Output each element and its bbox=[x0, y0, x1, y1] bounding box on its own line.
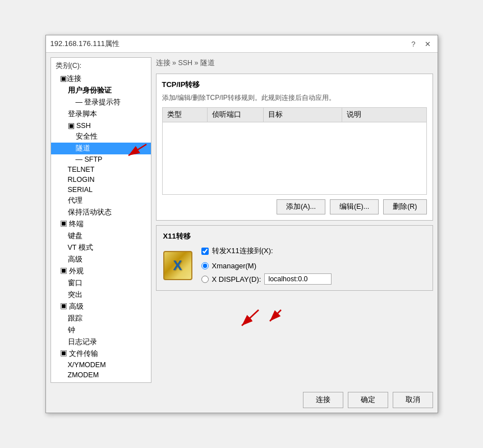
sidebar-item-login-script[interactable]: 登录脚本 bbox=[51, 108, 151, 120]
edit-button[interactable]: 编辑(E)... bbox=[330, 199, 379, 214]
sidebar-item-vt-mode[interactable]: VT 模式 bbox=[51, 242, 151, 254]
sidebar-item-user-auth[interactable]: 用户身份验证 bbox=[51, 85, 151, 97]
forward-label: 转发X11连接到(X): bbox=[212, 246, 273, 256]
category-label: 类别(C): bbox=[51, 60, 151, 73]
sidebar: 类别(C): ▣ 连接 用户身份验证 — 登录提示符 登录脚本 ▣ SSH bbox=[50, 57, 151, 383]
xmanager-radio-row: Xmanager(M) bbox=[201, 262, 332, 270]
sidebar-item-clock[interactable]: 钟 bbox=[51, 324, 151, 336]
forward-checkbox-row: 转发X11连接到(X): bbox=[201, 246, 332, 256]
connect-button[interactable]: 连接 bbox=[303, 392, 343, 408]
sidebar-item-trace[interactable]: 跟踪 bbox=[51, 313, 151, 324]
sidebar-item-tunnel[interactable]: 隧道 bbox=[51, 143, 151, 154]
col-port: 侦听端口 bbox=[208, 108, 264, 122]
sidebar-item-sftp[interactable]: — SFTP bbox=[51, 154, 151, 164]
window-body: 类别(C): ▣ 连接 用户身份验证 — 登录提示符 登录脚本 ▣ SSH bbox=[46, 53, 438, 387]
table-buttons: 添加(A)... 编辑(E)... 删除(R) bbox=[162, 199, 427, 214]
sidebar-item-highlight[interactable]: 突出 bbox=[51, 289, 151, 301]
x11-options: 转发X11连接到(X): Xmanager(M) X DISPLAY(D): bbox=[201, 246, 332, 285]
tcpip-section: TCP/IP转移 添加/编辑/删除TCP/IP转移规则。此规则连接后自动应用。 … bbox=[156, 74, 433, 221]
sidebar-item-rlogin[interactable]: RLOGIN bbox=[51, 175, 151, 185]
tcpip-title: TCP/IP转移 bbox=[162, 80, 427, 90]
x11-icon bbox=[163, 251, 192, 280]
sidebar-item-ssh[interactable]: ▣ SSH bbox=[51, 120, 151, 131]
titlebar-buttons: ? ✕ bbox=[409, 40, 433, 48]
sidebar-item-filetransfer[interactable]: ▣ 文件传输 bbox=[51, 348, 151, 360]
help-button[interactable]: ? bbox=[409, 40, 417, 48]
xdisplay-radio-row: X DISPLAY(D): bbox=[201, 273, 332, 285]
xdisplay-label: X DISPLAY(D): bbox=[212, 275, 261, 284]
x11-title: X11转移 bbox=[163, 231, 426, 241]
sidebar-item-login-prompt[interactable]: — 登录提示符 bbox=[51, 97, 151, 108]
sidebar-item-xymodem[interactable]: X/YMODEM bbox=[51, 360, 151, 370]
x11-section: X11转移 转发X11连接到(X): Xmanage bbox=[156, 225, 433, 291]
footer-buttons: 连接 确定 取消 bbox=[46, 387, 438, 413]
sidebar-item-serial[interactable]: SERIAL bbox=[51, 185, 151, 195]
delete-button[interactable]: 删除(R) bbox=[383, 199, 426, 214]
ok-button[interactable]: 确定 bbox=[348, 392, 388, 408]
sidebar-item-connection[interactable]: ▣ 连接 bbox=[51, 73, 151, 85]
sidebar-item-security[interactable]: 安全性 bbox=[51, 131, 151, 143]
sidebar-item-zmodem[interactable]: ZMODEM bbox=[51, 370, 151, 380]
xmanager-label: Xmanager(M) bbox=[212, 262, 256, 270]
col-note: 说明 bbox=[342, 108, 426, 122]
x11-body: 转发X11连接到(X): Xmanager(M) X DISPLAY(D): bbox=[163, 246, 426, 285]
add-button[interactable]: 添加(A)... bbox=[277, 199, 325, 214]
xmanager-radio[interactable] bbox=[201, 262, 209, 269]
breadcrumb: 连接 » SSH » 隧道 bbox=[156, 57, 433, 69]
table-body bbox=[162, 122, 427, 195]
window-title: 192.168.176.111属性 bbox=[50, 39, 120, 49]
sidebar-item-window[interactable]: 窗口 bbox=[51, 277, 151, 289]
xdisplay-input[interactable] bbox=[264, 273, 332, 285]
sidebar-item-telnet[interactable]: TELNET bbox=[51, 164, 151, 175]
forward-checkbox[interactable] bbox=[201, 248, 209, 255]
sidebar-item-advanced[interactable]: 高级 bbox=[51, 254, 151, 266]
col-target: 目标 bbox=[264, 108, 342, 122]
expand-icon: ▣ bbox=[60, 74, 67, 83]
titlebar: 192.168.176.111属性 ? ✕ bbox=[46, 35, 438, 53]
tcpip-desc: 添加/编辑/删除TCP/IP转移规则。此规则连接后自动应用。 bbox=[162, 93, 427, 103]
sidebar-item-appearance[interactable]: ▣ 外观 bbox=[51, 266, 151, 277]
close-button[interactable]: ✕ bbox=[422, 40, 433, 48]
xdisplay-radio[interactable] bbox=[201, 276, 209, 283]
sidebar-item-proxy[interactable]: 代理 bbox=[51, 195, 151, 207]
sidebar-item-terminal[interactable]: ▣ 终端 bbox=[51, 218, 151, 230]
sidebar-item-keyboard[interactable]: 键盘 bbox=[51, 230, 151, 242]
col-type: 类型 bbox=[163, 108, 208, 122]
sidebar-item-advanced2[interactable]: ▣ 高级 bbox=[51, 301, 151, 313]
cancel-button[interactable]: 取消 bbox=[393, 392, 433, 408]
sidebar-item-keepalive[interactable]: 保持活动状态 bbox=[51, 207, 151, 218]
table-header: 类型 侦听端口 目标 说明 bbox=[162, 107, 427, 122]
sidebar-item-log[interactable]: 日志记录 bbox=[51, 336, 151, 348]
right-panel: 连接 » SSH » 隧道 TCP/IP转移 添加/编辑/删除TCP/IP转移规… bbox=[156, 57, 433, 383]
